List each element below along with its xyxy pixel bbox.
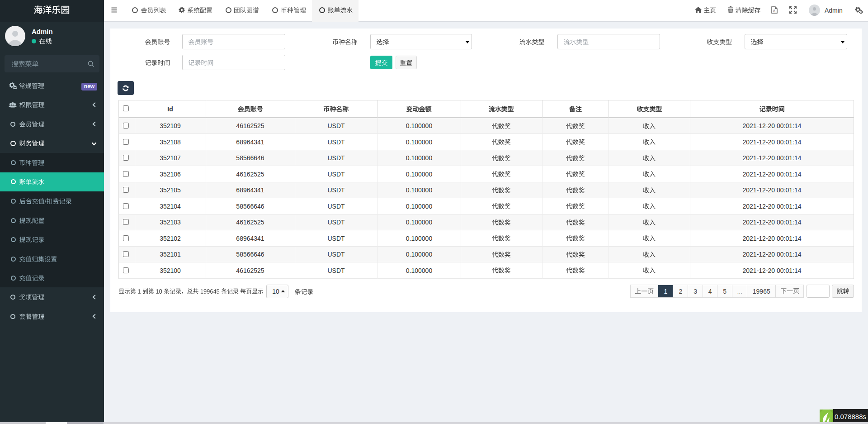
svg-text:A: A: [773, 9, 775, 12]
